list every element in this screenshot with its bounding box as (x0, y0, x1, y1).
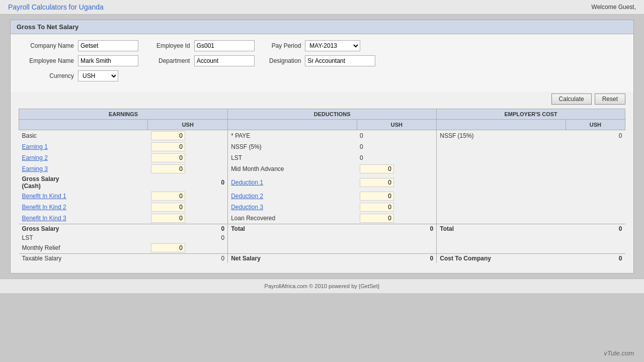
ush-header-1: USH (148, 120, 228, 130)
table-row: Gross Salary 0 Total 0 Total 0 (19, 224, 625, 234)
net-salary-value: 0 (357, 254, 437, 263)
deduction3-input[interactable] (360, 203, 394, 212)
deduction2-label: Deduction 2 (228, 191, 357, 202)
employee-id-label: Employee Id (150, 42, 190, 49)
currency-label: Currency (19, 72, 74, 79)
basic-label: Basic (19, 130, 148, 142)
nssf5-value: 0 (357, 141, 437, 152)
table-row: Basic * PAYE 0 NSSF (15%) 0 (19, 130, 625, 142)
employee-name-label: Employee Name (19, 57, 74, 64)
bik1-input[interactable] (151, 192, 185, 201)
earnings-col-label (19, 120, 148, 130)
basic-value (148, 130, 228, 142)
monthly-relief-value (148, 242, 228, 254)
earning3-label: Earning 3 (19, 163, 148, 174)
loan-recovered-value (357, 213, 437, 224)
deduction1-input[interactable] (360, 178, 394, 187)
taxable-salary-label: Taxable Salary (19, 254, 148, 263)
salary-table-wrap: EARNINGS DEDUCTIONS EMPLOYER'S COST USH … (11, 109, 633, 273)
mid-month-input[interactable] (360, 164, 394, 173)
footer-text: PayrollAfrica.com © 2010 powered by {Get… (265, 283, 380, 289)
deductions-total-value: 0 (357, 224, 437, 234)
top-bar: Payroll Calculators for Uganda Welcome G… (0, 0, 644, 15)
earning1-value (148, 141, 228, 152)
earning1-input[interactable] (151, 142, 185, 151)
bik3-input[interactable] (151, 214, 185, 223)
table-row: Earning 2 LST 0 (19, 152, 625, 163)
loan-recovered-input[interactable] (360, 214, 394, 223)
designation-label: Designation (266, 57, 301, 64)
lst-label: LST (19, 233, 148, 242)
monthly-relief-label: Monthly Relief (19, 242, 148, 254)
nssf15-value: 0 (566, 130, 625, 142)
bik1-value (148, 191, 228, 202)
department-label: Department (150, 57, 190, 64)
gross-salary-cash-label: Gross Salary(Cash) (19, 174, 148, 191)
basic-input[interactable] (151, 131, 185, 140)
monthly-relief-input[interactable] (151, 243, 185, 252)
nssf5-label: NSSF (5%) (228, 141, 357, 152)
employer-empty-val-1 (566, 141, 625, 152)
button-row: Calculate Reset (11, 92, 633, 109)
earning3-value (148, 163, 228, 174)
ush-header-3: USH (566, 120, 625, 130)
department-input[interactable] (194, 55, 255, 66)
earning2-input[interactable] (151, 153, 185, 162)
deduction1-value (357, 174, 437, 191)
deduction2-value (357, 191, 437, 202)
form-area: Company Name Employee Id Pay Period MAY-… (11, 34, 633, 92)
bik1-label: Benefit In Kind 1 (19, 191, 148, 202)
ush-header-2: USH (357, 120, 437, 130)
employee-name-input[interactable] (78, 55, 138, 66)
gross-salary-value: 0 (148, 224, 228, 234)
table-row: LST 0 (19, 233, 625, 242)
employer-col-label (437, 120, 566, 130)
table-row: Benefit In Kind 1 Deduction 2 (19, 191, 625, 202)
cost-to-company-value: 0 (566, 254, 625, 263)
table-row: Taxable Salary 0 Net Salary 0 Cost To Co… (19, 254, 625, 263)
taxable-salary-value: 0 (148, 254, 228, 263)
paye-label: * PAYE (228, 130, 357, 142)
table-row: Earning 1 NSSF (5%) 0 (19, 141, 625, 152)
company-name-input[interactable] (78, 40, 138, 51)
deduction1-label: Deduction 1 (228, 174, 357, 191)
designation-input[interactable] (305, 55, 375, 66)
deductions-total-label: Total (228, 224, 357, 234)
employer-header: EMPLOYER'S COST (437, 109, 625, 120)
salary-table: EARNINGS DEDUCTIONS EMPLOYER'S COST USH … (19, 109, 625, 263)
employer-total-label: Total (437, 224, 566, 234)
app-title: Payroll Calculators for Uganda (8, 3, 104, 11)
reset-button[interactable]: Reset (595, 94, 625, 105)
deduction3-label: Deduction 3 (228, 202, 357, 213)
pay-period-select[interactable]: MAY-2013 (305, 40, 360, 51)
deduction3-value (357, 202, 437, 213)
earning1-label: Earning 1 (19, 141, 148, 152)
nssf15-label: NSSF (15%) (437, 130, 566, 142)
employer-total-value: 0 (566, 224, 625, 234)
form-row-1: Company Name Employee Id Pay Period MAY-… (19, 40, 625, 51)
earning2-value (148, 152, 228, 163)
form-row-3: Currency USH (19, 70, 625, 81)
gross-salary-label: Gross Salary (19, 224, 148, 234)
lst-ded-label: LST (228, 152, 357, 163)
bik3-value (148, 213, 228, 224)
bik3-label: Benefit In Kind 3 (19, 213, 148, 224)
section-title: Gross To Net Salary (11, 20, 633, 34)
table-row: Benefit In Kind 3 Loan Recovered (19, 213, 625, 224)
deduction2-input[interactable] (360, 192, 394, 201)
mid-month-label: Mid Month Advance (228, 163, 357, 174)
paye-value: 0 (357, 130, 437, 142)
currency-select[interactable]: USH (78, 70, 118, 81)
bik2-input[interactable] (151, 203, 185, 212)
employee-id-input[interactable] (194, 40, 255, 51)
table-row: Benefit In Kind 2 Deduction 3 (19, 202, 625, 213)
earning3-input[interactable] (151, 164, 185, 173)
company-name-label: Company Name (19, 42, 74, 49)
main-content: Gross To Net Salary Company Name Employe… (10, 20, 634, 274)
net-salary-label: Net Salary (228, 254, 357, 263)
pay-period-label: Pay Period (266, 42, 301, 49)
loan-recovered-label: Loan Recovered (228, 213, 357, 224)
cost-to-company-label: Cost To Company (437, 254, 566, 263)
bik2-label: Benefit In Kind 2 (19, 202, 148, 213)
calculate-button[interactable]: Calculate (551, 94, 592, 105)
